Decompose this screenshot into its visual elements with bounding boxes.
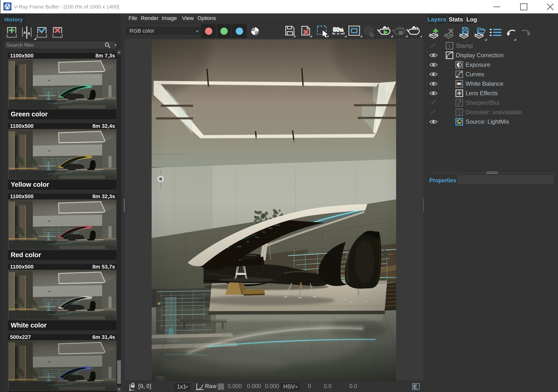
svg-text:50%: 50%: [333, 26, 343, 33]
svg-text:B: B: [28, 32, 30, 35]
svg-text:A: A: [23, 30, 26, 35]
svg-text:i: i: [449, 44, 450, 48]
